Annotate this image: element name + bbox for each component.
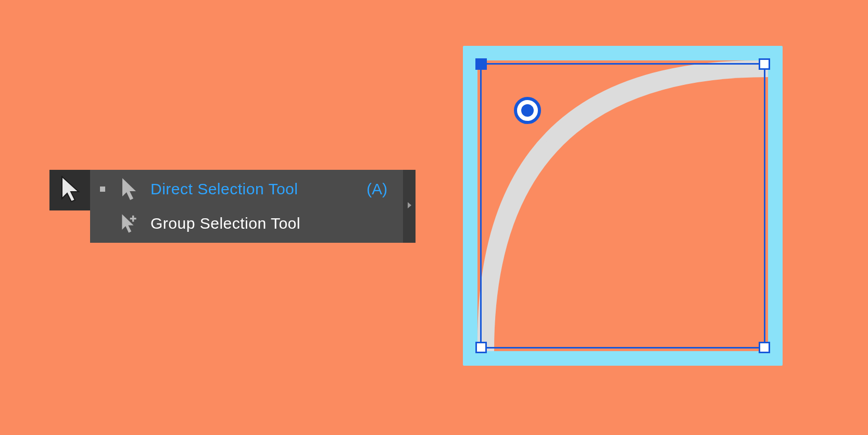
flyout-item-direct-selection[interactable]: Direct Selection Tool (A)	[90, 172, 403, 206]
svg-marker-0	[62, 177, 79, 202]
anchor-handle-bottom-right[interactable]	[759, 342, 770, 353]
svg-rect-7	[558, 130, 565, 137]
svg-marker-2	[122, 214, 133, 233]
triangle-right-icon	[407, 202, 412, 211]
direct-selection-tool-button[interactable]	[49, 170, 90, 210]
direct-selection-arrow-icon	[118, 178, 140, 201]
anchor-handle-top-left[interactable]	[475, 58, 487, 70]
drag-arrow-icon	[538, 121, 574, 157]
group-selection-arrow-icon	[118, 212, 140, 235]
selection-bounding-box[interactable]	[480, 63, 765, 349]
svg-rect-6	[563, 126, 570, 133]
selected-indicator-icon	[97, 187, 108, 192]
flyout-list: Direct Selection Tool (A) Group Selectio…	[90, 170, 403, 243]
tool-flyout-menu: Direct Selection Tool (A) Group Selectio…	[90, 170, 416, 243]
canvas-shape-preview	[463, 46, 783, 366]
direct-selection-arrow-icon	[59, 176, 81, 205]
flyout-item-label: Direct Selection Tool	[150, 180, 356, 198]
flyout-item-label: Group Selection Tool	[150, 215, 356, 232]
flyout-item-group-selection[interactable]: Group Selection Tool	[90, 206, 403, 241]
flyout-item-shortcut: (A)	[367, 180, 403, 198]
live-corner-widget-dot-icon	[521, 104, 534, 117]
svg-marker-5	[408, 202, 411, 208]
anchor-handle-bottom-left[interactable]	[475, 342, 487, 353]
svg-marker-1	[122, 178, 136, 200]
flyout-tearoff-handle[interactable]	[403, 170, 416, 243]
svg-rect-4	[130, 218, 136, 219]
svg-rect-8	[554, 135, 561, 142]
live-corner-widget[interactable]	[514, 97, 541, 124]
anchor-handle-top-right[interactable]	[759, 58, 770, 70]
